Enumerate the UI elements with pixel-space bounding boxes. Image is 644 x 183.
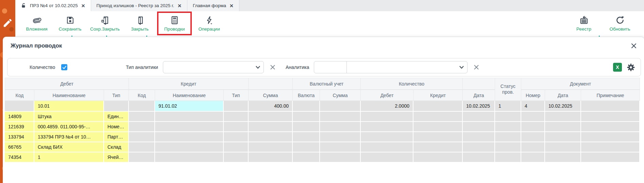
journal-cell[interactable] xyxy=(224,101,249,112)
journal-cell[interactable]: Един… xyxy=(104,112,129,122)
column-header-cell[interactable]: Тип xyxy=(104,90,129,101)
journal-cell[interactable] xyxy=(155,152,224,163)
registry-button[interactable]: Реестр xyxy=(568,13,600,34)
analytics-combo[interactable] xyxy=(314,61,468,73)
journal-cell[interactable] xyxy=(320,112,361,122)
column-header-cell[interactable]: Дата xyxy=(463,90,495,101)
journal-cell[interactable] xyxy=(463,112,495,122)
journal-cell[interactable] xyxy=(293,152,320,163)
journal-cell[interactable]: Номе… xyxy=(104,122,129,132)
journal-cell[interactable] xyxy=(224,152,249,163)
journal-cell[interactable] xyxy=(293,142,320,152)
journal-cell[interactable] xyxy=(545,152,581,163)
clear-filter-icon[interactable] xyxy=(474,65,479,70)
column-header-cell[interactable]: Тип xyxy=(224,90,249,101)
close-button[interactable]: Закрыть xyxy=(124,13,156,34)
journal-cell[interactable] xyxy=(581,101,640,112)
journal-cell[interactable] xyxy=(361,122,413,132)
column-header-cell[interactable]: Сумма xyxy=(249,90,293,101)
journal-cell[interactable]: 000.4859. 011.000-95-… xyxy=(34,122,104,132)
journal-cell[interactable] xyxy=(361,142,413,152)
journal-cell[interactable] xyxy=(293,132,320,142)
column-header-cell[interactable]: Примечание xyxy=(581,90,640,101)
clear-filter-icon[interactable] xyxy=(270,65,275,70)
journal-cell[interactable] xyxy=(545,142,581,152)
journal-cell[interactable] xyxy=(224,132,249,142)
journal-cell[interactable] xyxy=(129,142,155,152)
journal-cell[interactable] xyxy=(249,112,293,122)
journal-cell[interactable]: 133794 ПРЗ №4 от 10… xyxy=(34,132,104,142)
journal-cell[interactable] xyxy=(249,152,293,163)
journal-cell[interactable]: 66765 xyxy=(5,142,34,152)
journal-cell[interactable]: 1 xyxy=(495,101,521,112)
column-header-cell[interactable]: Кредит xyxy=(413,90,463,101)
journal-cell[interactable]: Ячей… xyxy=(104,152,129,163)
journal-cell[interactable]: 10.01 xyxy=(34,101,104,112)
journal-cell[interactable] xyxy=(129,112,155,122)
journal-cell[interactable] xyxy=(129,152,155,163)
column-header-cell[interactable]: Код xyxy=(5,90,34,101)
journal-cell[interactable]: 2.0000 xyxy=(361,101,413,112)
journal-cell[interactable] xyxy=(463,132,495,142)
journal-cell[interactable] xyxy=(495,152,521,163)
analytics-select[interactable] xyxy=(347,61,467,73)
group-header-cell[interactable]: Кредит xyxy=(129,78,249,90)
journal-cell[interactable]: 1 xyxy=(34,152,104,163)
journal-cell[interactable] xyxy=(361,112,413,122)
journal-cell[interactable] xyxy=(320,101,361,112)
journal-cell[interactable] xyxy=(361,132,413,142)
column-header-cell[interactable]: Дебет xyxy=(361,90,413,101)
journal-cell[interactable] xyxy=(521,152,545,163)
journal-cell[interactable] xyxy=(129,122,155,132)
journal-cell[interactable] xyxy=(249,142,293,152)
journal-cell[interactable]: 121639 xyxy=(5,122,34,132)
group-header-cell[interactable]: Статус пров. xyxy=(495,78,521,101)
journal-cell[interactable] xyxy=(293,122,320,132)
pencil-icon[interactable] xyxy=(2,18,13,28)
journal-cell[interactable] xyxy=(495,122,521,132)
analytics-type-select[interactable] xyxy=(163,61,264,73)
journal-cell[interactable] xyxy=(581,132,640,142)
journal-cell[interactable] xyxy=(155,112,224,122)
column-header-cell[interactable]: Валюта xyxy=(293,90,320,101)
journal-cell[interactable] xyxy=(129,132,155,142)
journal-cell[interactable] xyxy=(545,122,581,132)
journal-cell[interactable]: 10.02.2025 xyxy=(463,101,495,112)
journal-cell[interactable]: 133794 xyxy=(5,132,34,142)
journal-cell[interactable] xyxy=(521,142,545,152)
journal-cell[interactable]: 91.01.02 xyxy=(155,101,224,112)
analytics-code-input[interactable] xyxy=(314,61,347,73)
column-header-cell[interactable]: Номер xyxy=(521,90,545,101)
journal-cell[interactable] xyxy=(521,132,545,142)
journal-cell[interactable] xyxy=(129,101,155,112)
journal-cell[interactable] xyxy=(495,132,521,142)
tab-close-icon[interactable]: ✕ xyxy=(81,3,85,8)
group-header-cell[interactable]: Валютный учет xyxy=(293,78,361,90)
journal-cell[interactable]: Парт… xyxy=(104,132,129,142)
journal-cell[interactable] xyxy=(463,152,495,163)
journal-cell[interactable] xyxy=(581,142,640,152)
tab-close-icon[interactable]: ✕ xyxy=(177,3,182,8)
export-excel-button[interactable]: X xyxy=(613,63,622,72)
tab-main-form[interactable]: Главная форма ✕ xyxy=(187,0,239,11)
journal-cell[interactable] xyxy=(320,152,361,163)
journal-cell[interactable] xyxy=(545,132,581,142)
journal-cell[interactable] xyxy=(495,142,521,152)
journal-cell[interactable] xyxy=(224,122,249,132)
journal-cell[interactable] xyxy=(463,122,495,132)
group-header-cell[interactable] xyxy=(249,78,293,90)
journal-cell[interactable] xyxy=(581,112,640,122)
journal-cell[interactable] xyxy=(249,122,293,132)
journal-cell[interactable] xyxy=(320,142,361,152)
journal-cell[interactable] xyxy=(413,112,463,122)
column-header-cell[interactable]: Наименование xyxy=(155,90,224,101)
tab-registry[interactable]: Приход излишков - Реестр за 2025 г. ✕ xyxy=(91,0,187,11)
attachments-button[interactable]: Вложения xyxy=(21,13,53,34)
journal-cell[interactable] xyxy=(104,101,129,112)
postings-button[interactable]: Проводки xyxy=(158,13,190,34)
journal-cell[interactable] xyxy=(545,112,581,122)
journal-cell[interactable] xyxy=(155,142,224,152)
journal-cell[interactable] xyxy=(5,101,34,112)
group-header-cell[interactable]: Количество xyxy=(361,78,463,90)
column-header-cell[interactable]: Код xyxy=(129,90,155,101)
